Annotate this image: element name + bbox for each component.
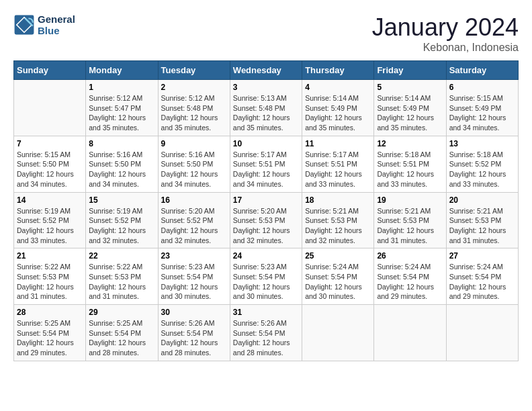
day-number: 9	[161, 139, 227, 148]
header-day-monday: Monday	[86, 61, 158, 80]
calendar-cell: 4Sunrise: 5:14 AM Sunset: 5:49 PM Daylig…	[302, 80, 374, 136]
calendar-cell: 29Sunrise: 5:25 AM Sunset: 5:54 PM Dayli…	[86, 305, 158, 361]
day-info: Sunrise: 5:26 AM Sunset: 5:54 PM Dayligh…	[161, 318, 227, 358]
day-number: 4	[305, 83, 371, 92]
calendar-header-row: SundayMondayTuesdayWednesdayThursdayFrid…	[14, 61, 519, 80]
page-header: General Blue January 2024 Kebonan, Indon…	[13, 13, 519, 54]
calendar-cell: 6Sunrise: 5:15 AM Sunset: 5:49 PM Daylig…	[446, 80, 518, 136]
day-number: 16	[161, 195, 227, 205]
day-info: Sunrise: 5:21 AM Sunset: 5:53 PM Dayligh…	[377, 206, 443, 246]
calendar-cell: 9Sunrise: 5:16 AM Sunset: 5:50 PM Daylig…	[158, 136, 230, 192]
calendar-week-row: 14Sunrise: 5:19 AM Sunset: 5:52 PM Dayli…	[14, 192, 519, 248]
logo-text: General Blue	[38, 13, 75, 36]
calendar-cell: 19Sunrise: 5:21 AM Sunset: 5:53 PM Dayli…	[374, 192, 446, 248]
day-info: Sunrise: 5:16 AM Sunset: 5:50 PM Dayligh…	[89, 150, 154, 189]
day-info: Sunrise: 5:17 AM Sunset: 5:51 PM Dayligh…	[233, 150, 299, 189]
day-number: 27	[449, 251, 515, 261]
calendar-cell: 5Sunrise: 5:14 AM Sunset: 5:49 PM Daylig…	[374, 80, 446, 136]
day-info: Sunrise: 5:19 AM Sunset: 5:52 PM Dayligh…	[89, 206, 154, 246]
day-number: 15	[89, 195, 154, 205]
day-info: Sunrise: 5:14 AM Sunset: 5:49 PM Dayligh…	[377, 93, 443, 133]
calendar-cell: 25Sunrise: 5:24 AM Sunset: 5:54 PM Dayli…	[302, 248, 374, 305]
day-number: 18	[305, 195, 371, 205]
calendar-cell	[374, 305, 446, 361]
day-number: 22	[89, 251, 154, 261]
calendar-cell: 23Sunrise: 5:23 AM Sunset: 5:54 PM Dayli…	[158, 248, 230, 305]
calendar-week-row: 1Sunrise: 5:12 AM Sunset: 5:47 PM Daylig…	[14, 80, 519, 136]
day-info: Sunrise: 5:25 AM Sunset: 5:54 PM Dayligh…	[17, 318, 83, 358]
day-info: Sunrise: 5:12 AM Sunset: 5:48 PM Dayligh…	[161, 93, 227, 133]
calendar-cell: 16Sunrise: 5:20 AM Sunset: 5:52 PM Dayli…	[158, 192, 230, 248]
day-info: Sunrise: 5:23 AM Sunset: 5:54 PM Dayligh…	[233, 262, 299, 302]
calendar-cell: 21Sunrise: 5:22 AM Sunset: 5:53 PM Dayli…	[14, 248, 86, 305]
calendar-cell: 17Sunrise: 5:20 AM Sunset: 5:53 PM Dayli…	[230, 192, 302, 248]
day-number: 29	[89, 308, 154, 317]
calendar-cell	[302, 305, 374, 361]
day-number: 17	[233, 195, 299, 205]
day-info: Sunrise: 5:18 AM Sunset: 5:51 PM Dayligh…	[377, 150, 443, 189]
day-number: 12	[377, 139, 443, 148]
calendar-cell: 26Sunrise: 5:24 AM Sunset: 5:54 PM Dayli…	[374, 248, 446, 305]
calendar-cell: 2Sunrise: 5:12 AM Sunset: 5:48 PM Daylig…	[158, 80, 230, 136]
calendar-cell: 18Sunrise: 5:21 AM Sunset: 5:53 PM Dayli…	[302, 192, 374, 248]
day-info: Sunrise: 5:21 AM Sunset: 5:53 PM Dayligh…	[305, 206, 371, 246]
day-info: Sunrise: 5:24 AM Sunset: 5:54 PM Dayligh…	[377, 262, 443, 302]
calendar-cell: 15Sunrise: 5:19 AM Sunset: 5:52 PM Dayli…	[86, 192, 158, 248]
calendar-cell: 22Sunrise: 5:22 AM Sunset: 5:53 PM Dayli…	[86, 248, 158, 305]
calendar-cell: 28Sunrise: 5:25 AM Sunset: 5:54 PM Dayli…	[14, 305, 86, 361]
day-number: 2	[161, 83, 227, 92]
header-day-saturday: Saturday	[446, 61, 518, 80]
day-info: Sunrise: 5:23 AM Sunset: 5:54 PM Dayligh…	[161, 262, 227, 302]
day-info: Sunrise: 5:24 AM Sunset: 5:54 PM Dayligh…	[305, 262, 371, 302]
day-info: Sunrise: 5:16 AM Sunset: 5:50 PM Dayligh…	[161, 150, 227, 189]
day-info: Sunrise: 5:15 AM Sunset: 5:50 PM Dayligh…	[17, 150, 83, 189]
calendar-cell: 14Sunrise: 5:19 AM Sunset: 5:52 PM Dayli…	[14, 192, 86, 248]
page-subtitle: Kebonan, Indonesia	[372, 42, 519, 54]
day-number: 13	[449, 139, 515, 148]
calendar-week-row: 21Sunrise: 5:22 AM Sunset: 5:53 PM Dayli…	[14, 248, 519, 305]
day-info: Sunrise: 5:25 AM Sunset: 5:54 PM Dayligh…	[89, 318, 154, 358]
header-day-sunday: Sunday	[14, 61, 86, 80]
day-number: 23	[161, 251, 227, 261]
day-number: 5	[377, 83, 443, 92]
day-number: 21	[17, 251, 83, 261]
day-number: 1	[89, 83, 154, 92]
day-number: 30	[161, 308, 227, 317]
logo-icon	[13, 14, 35, 36]
day-info: Sunrise: 5:21 AM Sunset: 5:53 PM Dayligh…	[449, 206, 515, 246]
calendar-cell: 12Sunrise: 5:18 AM Sunset: 5:51 PM Dayli…	[374, 136, 446, 192]
calendar-cell: 27Sunrise: 5:24 AM Sunset: 5:54 PM Dayli…	[446, 248, 518, 305]
day-info: Sunrise: 5:13 AM Sunset: 5:48 PM Dayligh…	[233, 93, 299, 133]
calendar-cell: 31Sunrise: 5:26 AM Sunset: 5:54 PM Dayli…	[230, 305, 302, 361]
day-info: Sunrise: 5:24 AM Sunset: 5:54 PM Dayligh…	[449, 262, 515, 302]
day-info: Sunrise: 5:26 AM Sunset: 5:54 PM Dayligh…	[233, 318, 299, 358]
day-number: 14	[17, 195, 83, 205]
calendar-cell: 30Sunrise: 5:26 AM Sunset: 5:54 PM Dayli…	[158, 305, 230, 361]
day-info: Sunrise: 5:20 AM Sunset: 5:53 PM Dayligh…	[233, 206, 299, 246]
calendar-week-row: 7Sunrise: 5:15 AM Sunset: 5:50 PM Daylig…	[14, 136, 519, 192]
day-info: Sunrise: 5:18 AM Sunset: 5:52 PM Dayligh…	[449, 150, 515, 189]
day-number: 6	[449, 83, 515, 92]
day-number: 24	[233, 251, 299, 261]
day-number: 8	[89, 139, 154, 148]
day-number: 31	[233, 308, 299, 317]
day-info: Sunrise: 5:17 AM Sunset: 5:51 PM Dayligh…	[305, 150, 371, 189]
day-number: 20	[449, 195, 515, 205]
calendar-cell: 10Sunrise: 5:17 AM Sunset: 5:51 PM Dayli…	[230, 136, 302, 192]
day-number: 26	[377, 251, 443, 261]
day-number: 3	[233, 83, 299, 92]
day-number: 19	[377, 195, 443, 205]
day-number: 11	[305, 139, 371, 148]
header-day-friday: Friday	[374, 61, 446, 80]
header-day-wednesday: Wednesday	[230, 61, 302, 80]
day-number: 25	[305, 251, 371, 261]
day-info: Sunrise: 5:19 AM Sunset: 5:52 PM Dayligh…	[17, 206, 83, 246]
header-day-thursday: Thursday	[302, 61, 374, 80]
title-area: January 2024 Kebonan, Indonesia	[372, 13, 519, 54]
day-info: Sunrise: 5:15 AM Sunset: 5:49 PM Dayligh…	[449, 93, 515, 133]
day-number: 7	[17, 139, 83, 148]
day-info: Sunrise: 5:22 AM Sunset: 5:53 PM Dayligh…	[17, 262, 83, 302]
calendar-cell	[446, 305, 518, 361]
calendar-cell: 1Sunrise: 5:12 AM Sunset: 5:47 PM Daylig…	[86, 80, 158, 136]
page-title: January 2024	[372, 13, 519, 42]
